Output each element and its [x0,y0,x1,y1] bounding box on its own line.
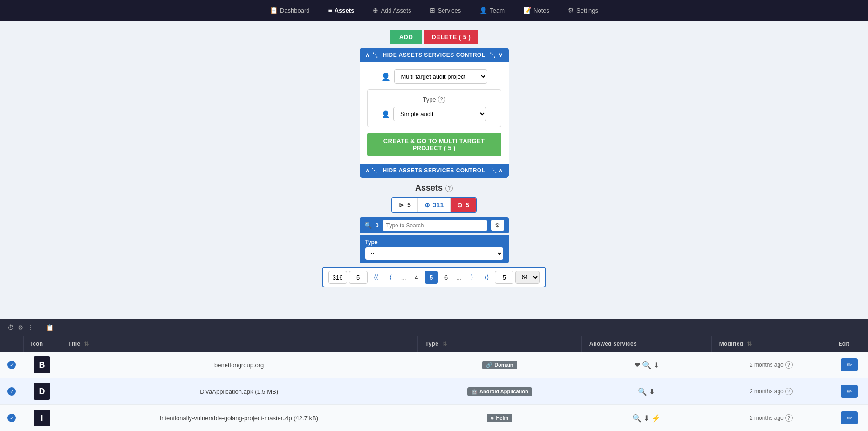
type-filter-label: Type [365,239,503,246]
edit-button-2[interactable]: ✏ [841,411,858,424]
type-help-icon[interactable]: ? [438,96,445,103]
table-row: ✓ I intentionally-vulnerable-golang-proj… [0,405,868,431]
page-next-btn[interactable]: ⟩ [465,271,478,284]
nav-settings[interactable]: ⚙ Settings [565,5,601,16]
type-badge-icon-1: 🤖 [471,389,478,395]
assets-section: Assets ? ⊳ 5 ⊕ 311 ⊖ 5 🔍 0 ⚙ [322,183,547,287]
col-type[interactable]: Type ⇅ [417,336,581,352]
page-last-btn[interactable]: ⟩⟩ [480,271,493,284]
type-filter-select[interactable]: -- [365,247,503,260]
nav-team[interactable]: 👤 Team [477,5,507,16]
asset-letter-icon-2: I [34,410,50,426]
assets-help-icon[interactable]: ? [445,185,453,192]
page-5-current[interactable]: 5 [425,271,438,284]
audit-icon: 👤 [382,110,390,118]
type-badge-0: 🔗 Domain [482,361,517,369]
notes-icon: 📝 [523,7,531,14]
service-icon-1-1: ⬇ [649,388,655,396]
layout-icon[interactable]: ⋱ [372,52,378,58]
toolbar-dots-icon[interactable]: ⋮ [27,324,34,331]
type-badge-icon-0: 🔗 [486,362,492,368]
row-modified-1: 2 months ago ? [711,378,831,405]
stat-selected: ⊳ 5 [392,198,418,212]
edit-button-1[interactable]: ✏ [841,385,858,398]
control-panel: ∧ ⋱ HIDE ASSETS SERVICES CONTROL ⋱ ∨ 👤 M… [360,48,509,178]
nav-assets[interactable]: ≡ Assets [326,5,357,16]
per-page-input[interactable] [349,271,368,284]
row-services-0: ❤🔍⬇ [581,352,711,378]
main-content: ADD DELETE ( 5 ) ∧ ⋱ HIDE ASSETS SERVICE… [0,21,868,319]
toolbar-settings-icon[interactable]: ⚙ [18,324,24,331]
expand-footer-icon[interactable]: ⋱ [491,167,497,174]
filter-button[interactable]: ⚙ [491,220,504,231]
ellipsis-left: ... [399,274,408,281]
add-button[interactable]: ADD [390,30,423,44]
add-assets-icon: ⊕ [373,7,378,14]
nav-notes[interactable]: 📝 Notes [520,5,552,16]
type-badge-2: ⎈ Helm [487,414,512,422]
service-icon-0-2: ⬇ [653,361,659,369]
row-help-icon-2[interactable]: ? [785,414,793,422]
total-items-input[interactable] [328,271,347,284]
project-select[interactable]: Multi target audit project [394,69,487,84]
row-checkbox-1[interactable]: ✓ [0,378,23,405]
row-checkbox-0[interactable]: ✓ [0,352,23,378]
delete-button[interactable]: DELETE ( 5 ) [424,30,478,44]
nav-team-label: Team [490,7,505,14]
type-select-row: 👤 Simple audit [373,107,495,121]
nav-settings-label: Settings [576,7,598,14]
layout-footer-icon[interactable]: ⋱ [371,167,377,174]
type-label: Type ? [373,96,495,103]
current-page-input[interactable] [495,271,513,284]
top-navigation: 📋 Dashboard ≡ Assets ⊕ Add Assets ⊞ Serv… [0,0,868,21]
page-6[interactable]: 6 [440,271,453,284]
services-icon: ⊞ [430,7,435,14]
row-icon-0: B [23,352,61,378]
nav-add-assets[interactable]: ⊕ Add Assets [370,5,414,16]
row-title-2: intentionally-vulnerable-golang-project-… [61,405,417,431]
nav-notes-label: Notes [533,7,549,14]
create-project-button[interactable]: CREATE & GO TO MULTI TARGET PROJECT ( 5 … [367,133,501,156]
minus-icon: ⊖ [457,201,463,209]
col-edit: Edit [831,336,868,352]
page-prev-btn[interactable]: ⟨ [384,271,397,284]
edit-button-0[interactable]: ✏ [841,358,858,371]
toolbar-divider [40,323,40,332]
search-result-count: 0 [376,222,379,229]
nav-dashboard[interactable]: 📋 Dashboard [267,5,313,16]
page-first-btn[interactable]: ⟨⟨ [369,271,383,284]
control-header-top: ∧ ⋱ HIDE ASSETS SERVICES CONTROL ⋱ ∨ [360,48,509,62]
asset-letter-icon-1: D [34,383,50,400]
type-select[interactable]: Simple audit [393,107,486,121]
stat-deleted-count: 5 [465,201,469,209]
row-checkbox-2[interactable]: ✓ [0,405,23,431]
page-size-select[interactable]: 64 [515,271,540,284]
row-type-0: 🔗 Domain [417,352,581,378]
toolbar-copy-icon[interactable]: 📋 [46,324,54,331]
expand-footer-arrow-icon[interactable]: ∧ [499,167,503,174]
search-input[interactable] [383,220,487,231]
service-icon-0-1: 🔍 [642,361,651,369]
check-icon-0: ✓ [7,361,16,369]
collapse-icon[interactable]: ∧ [365,52,370,58]
control-header-label: HIDE ASSETS SERVICES CONTROL [383,52,485,58]
assets-icon: ≡ [328,7,332,14]
table-row: ✓ D DivaApplication.apk (1.5 MB) 🤖 Andro… [0,378,868,405]
col-title[interactable]: Title ⇅ [61,336,417,352]
service-icon-0-0: ❤ [634,361,640,369]
row-icon-2: I [23,405,61,431]
row-help-icon-0[interactable]: ? [785,361,793,369]
collapse-footer-icon[interactable]: ∧ [365,167,370,174]
ellipsis-right: ... [455,274,464,281]
col-modified[interactable]: Modified ⇅ [711,336,831,352]
list-icon: ⊕ [424,201,430,209]
page-4[interactable]: 4 [410,271,423,284]
expand-arrow-icon[interactable]: ∨ [499,52,503,58]
toolbar-clock-icon[interactable]: ⏱ [7,324,14,331]
type-badge-icon-2: ⎈ [491,415,494,421]
row-help-icon-1[interactable]: ? [785,388,793,395]
expand-icon[interactable]: ⋱ [490,52,496,58]
row-icon-1: D [23,378,61,405]
nav-services[interactable]: ⊞ Services [427,5,464,16]
title-sort-icon: ⇅ [84,341,89,347]
